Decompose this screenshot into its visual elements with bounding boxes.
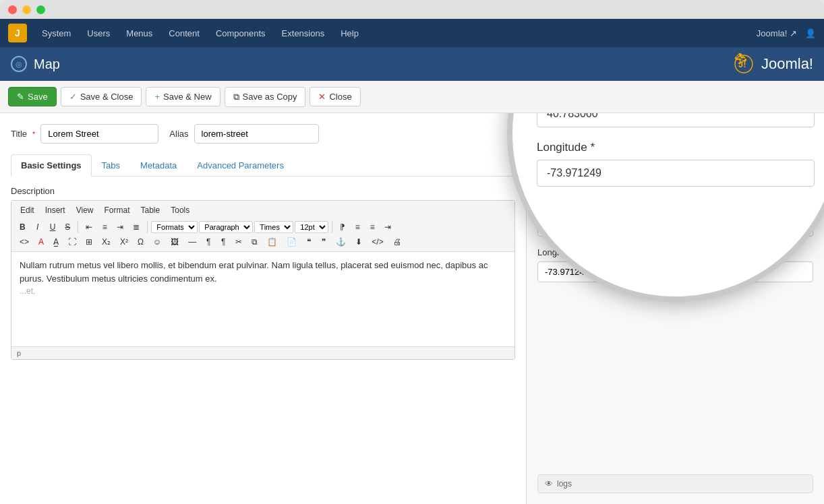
paste-plain-button[interactable]: 📄 (283, 235, 301, 249)
alias-input[interactable] (194, 124, 319, 144)
font-select[interactable]: Times (254, 221, 293, 233)
left-panel: Title * Alias Basic Settings Tabs Metada… (0, 113, 526, 504)
align-left-button[interactable]: ⇤ (82, 220, 96, 234)
list-ul-button[interactable]: ≡ (351, 220, 364, 234)
save-copy-button[interactable]: ⧉ Save as Copy (225, 87, 306, 107)
nav-item-help[interactable]: Help (334, 26, 365, 41)
formats-select[interactable]: Formats (151, 221, 198, 233)
hr-button[interactable]: — (184, 235, 200, 249)
mag-latitude-input[interactable] (537, 113, 815, 127)
maximize-button[interactable] (36, 5, 45, 14)
editor-menu-table[interactable]: Table (136, 203, 165, 217)
table-insert-button[interactable]: ⊞ (82, 235, 96, 249)
editor-menu-view[interactable]: View (71, 203, 98, 217)
tab-tabs[interactable]: Tabs (92, 154, 130, 177)
paragraph-mark-button[interactable]: ¶ (202, 235, 215, 249)
title-alias-row: Title * Alias (11, 124, 515, 144)
save-new-button[interactable]: + Save & New (146, 87, 220, 106)
align-center-button[interactable]: ≡ (98, 220, 111, 234)
close-button[interactable]: ✕ Close (310, 87, 360, 106)
nav-left: J System Users Menus Content Components … (8, 24, 365, 42)
editor-btn-row1: B I U S ⇤ ≡ ⇥ ≣ Formats (16, 220, 510, 234)
size-select[interactable]: 12pt (295, 221, 328, 233)
tab-metadata[interactable]: Metadata (130, 154, 187, 177)
description-label: Description (11, 186, 515, 196)
emoticon-button[interactable]: ☺ (149, 235, 165, 249)
minimize-button[interactable] (22, 5, 31, 14)
svg-text:J!: J! (738, 59, 746, 69)
joomla-nav-logo[interactable]: J (8, 24, 27, 42)
cut-button[interactable]: ✂ (231, 235, 246, 249)
bg-color-button[interactable]: A̲ (49, 235, 63, 249)
source-button[interactable]: </> (367, 235, 387, 249)
underline-button[interactable]: U (46, 220, 60, 234)
subscript-button[interactable]: X₂ (98, 235, 115, 249)
content-area: Title * Alias Basic Settings Tabs Metada… (0, 113, 824, 504)
close-button[interactable] (8, 5, 17, 14)
nav-item-users[interactable]: Users (80, 26, 117, 41)
align-right-button[interactable]: ⇥ (113, 220, 127, 234)
indent-button[interactable]: ⇥ (380, 220, 395, 234)
nav-item-extensions[interactable]: Extensions (275, 26, 332, 41)
editor-toolbar: Edit Insert View Format Table Tools B I … (11, 201, 514, 252)
check-icon: ✓ (69, 92, 77, 102)
block-quote-button[interactable]: ❝ (302, 235, 316, 249)
toolbar: ✎ Save ✓ Save & Close + Save & New ⧉ Sav… (0, 81, 824, 113)
save-close-button[interactable]: ✓ Save & Close (61, 87, 142, 106)
font-color-button[interactable]: A (34, 235, 48, 249)
page-title: Map (34, 57, 60, 72)
nav-user-icon[interactable]: 👤 (805, 28, 816, 38)
nav-item-menus[interactable]: Menus (119, 26, 159, 41)
paste-button[interactable]: 📋 (263, 235, 281, 249)
image-button[interactable]: 🖼 (167, 235, 183, 249)
close-icon: ✕ (318, 92, 326, 102)
special-chars-button[interactable]: ⁋ (336, 220, 349, 234)
anchor-button[interactable]: ⚓ (332, 235, 350, 249)
special-char-button[interactable]: Ω (134, 235, 148, 249)
tab-advanced-parameters[interactable]: Advanced Parameters (187, 154, 294, 177)
copy-icon: ⧉ (233, 92, 239, 102)
strikethrough-button[interactable]: S (61, 220, 74, 234)
editor-menu-edit[interactable]: Edit (16, 203, 39, 217)
paragraph-mark2-button[interactable]: ¶ (216, 235, 230, 249)
save-button[interactable]: ✎ Save (8, 87, 57, 106)
eye-icon: 👁 (545, 479, 553, 489)
nav-item-content[interactable]: Content (162, 26, 206, 41)
nav-item-system[interactable]: System (35, 26, 78, 41)
superscript-button[interactable]: X² (116, 235, 132, 249)
title-input[interactable] (40, 124, 158, 144)
editor-menu-insert[interactable]: Insert (40, 203, 70, 217)
download-button[interactable]: ⬇ (351, 235, 366, 249)
plus-icon: + (154, 92, 160, 102)
map-icon: ◎ (11, 56, 27, 72)
separator2 (147, 221, 148, 233)
code-button[interactable]: <> (16, 235, 33, 249)
nav-right: Joomla! ↗ 👤 (757, 28, 816, 38)
joomla-brand-text: Joomla! (761, 55, 813, 73)
editor-menu-row: Edit Insert View Format Table Tools (16, 203, 510, 217)
bold-button[interactable]: B (16, 220, 30, 234)
editor-placeholder: ...et, (20, 285, 506, 297)
print-button[interactable]: 🖨 (389, 235, 405, 249)
app-window: J System Users Menus Content Components … (0, 19, 824, 504)
mag-longitude-input[interactable] (537, 160, 815, 187)
nav-brand-link[interactable]: Joomla! ↗ (757, 28, 797, 38)
separator3 (332, 221, 332, 233)
block-quote2-button[interactable]: ❞ (317, 235, 330, 249)
nav-item-components[interactable]: Components (209, 26, 272, 41)
tab-basic-settings[interactable]: Basic Settings (11, 154, 92, 177)
tabs-bar: Basic Settings Tabs Metadata Advanced Pa… (11, 154, 515, 177)
fullscreen-button[interactable]: ⛶ (64, 235, 80, 249)
list-ol-button[interactable]: ≡ (365, 220, 379, 234)
alias-group: Alias (169, 124, 318, 144)
italic-button[interactable]: I (31, 220, 45, 234)
copy2-button[interactable]: ⧉ (247, 235, 262, 249)
editor-menu-tools[interactable]: Tools (166, 203, 194, 217)
paragraph-select[interactable]: Paragraph (199, 221, 253, 233)
separator1 (78, 221, 78, 233)
align-justify-button[interactable]: ≣ (129, 220, 144, 234)
status-text: logs (557, 479, 572, 489)
editor-menu-format[interactable]: Format (100, 203, 135, 217)
top-nav: J System Users Menus Content Components … (0, 19, 824, 47)
editor-content[interactable]: Nullam rutrum metus vel libero mollis, e… (11, 252, 514, 346)
